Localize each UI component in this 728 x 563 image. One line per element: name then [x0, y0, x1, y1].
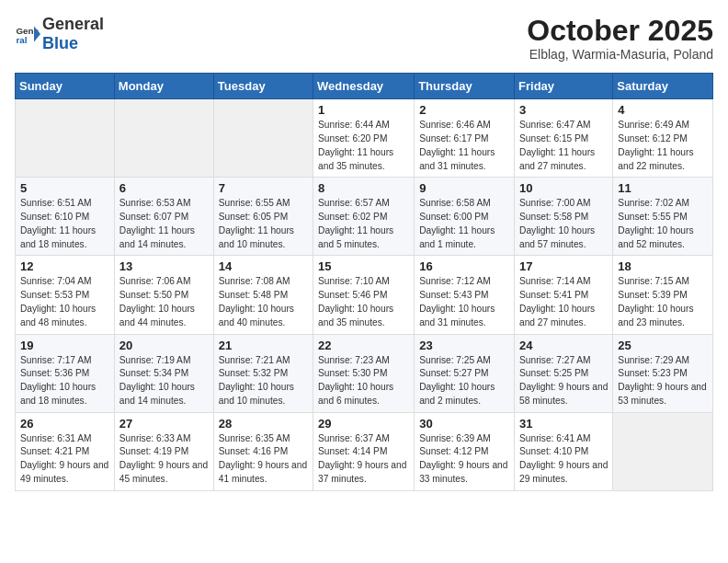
calendar-day-7: 7Sunrise: 6:55 AM Sunset: 6:05 PM Daylig… — [213, 178, 313, 256]
logo-icon: Gene ral — [15, 21, 40, 47]
day-header-thursday: Thursday — [415, 74, 515, 99]
day-info: Sunrise: 7:00 AM Sunset: 5:58 PM Dayligh… — [519, 197, 608, 251]
calendar-day-30: 30Sunrise: 6:39 AM Sunset: 4:12 PM Dayli… — [415, 412, 515, 490]
day-info: Sunrise: 7:19 AM Sunset: 5:34 PM Dayligh… — [119, 354, 209, 408]
calendar-day-17: 17Sunrise: 7:14 AM Sunset: 5:41 PM Dayli… — [515, 256, 613, 334]
day-header-saturday: Saturday — [613, 74, 713, 99]
calendar-day-28: 28Sunrise: 6:35 AM Sunset: 4:16 PM Dayli… — [213, 412, 313, 490]
calendar-day-22: 22Sunrise: 7:23 AM Sunset: 5:30 PM Dayli… — [313, 334, 415, 412]
calendar-empty-cell — [213, 99, 313, 178]
day-number: 7 — [219, 181, 308, 195]
day-info: Sunrise: 6:55 AM Sunset: 6:05 PM Dayligh… — [219, 197, 308, 251]
day-header-wednesday: Wednesday — [313, 74, 415, 99]
day-info: Sunrise: 6:37 AM Sunset: 4:14 PM Dayligh… — [318, 432, 409, 487]
day-info: Sunrise: 6:39 AM Sunset: 4:12 PM Dayligh… — [419, 432, 509, 487]
day-info: Sunrise: 6:47 AM Sunset: 6:15 PM Dayligh… — [519, 119, 608, 173]
day-number: 12 — [20, 259, 109, 273]
calendar-day-21: 21Sunrise: 7:21 AM Sunset: 5:32 PM Dayli… — [213, 334, 313, 412]
calendar-day-13: 13Sunrise: 7:06 AM Sunset: 5:50 PM Dayli… — [114, 256, 213, 334]
calendar-week-row: 12Sunrise: 7:04 AM Sunset: 5:53 PM Dayli… — [16, 256, 713, 334]
calendar-day-24: 24Sunrise: 7:27 AM Sunset: 5:25 PM Dayli… — [515, 334, 613, 412]
logo-blue: Blue — [42, 34, 78, 52]
calendar-day-26: 26Sunrise: 6:31 AM Sunset: 4:21 PM Dayli… — [16, 412, 115, 490]
day-number: 1 — [318, 103, 409, 117]
day-info: Sunrise: 6:58 AM Sunset: 6:00 PM Dayligh… — [419, 197, 509, 251]
day-header-friday: Friday — [515, 74, 613, 99]
day-info: Sunrise: 7:23 AM Sunset: 5:30 PM Dayligh… — [318, 354, 409, 408]
calendar-day-20: 20Sunrise: 7:19 AM Sunset: 5:34 PM Dayli… — [114, 334, 213, 412]
day-number: 29 — [318, 417, 409, 431]
calendar-day-19: 19Sunrise: 7:17 AM Sunset: 5:36 PM Dayli… — [16, 334, 115, 412]
logo: Gene ral General Blue — [15, 15, 104, 53]
day-number: 10 — [519, 181, 608, 195]
calendar-week-row: 5Sunrise: 6:51 AM Sunset: 6:10 PM Daylig… — [16, 178, 713, 256]
day-number: 17 — [519, 259, 608, 273]
calendar-day-15: 15Sunrise: 7:10 AM Sunset: 5:46 PM Dayli… — [313, 256, 415, 334]
calendar-day-12: 12Sunrise: 7:04 AM Sunset: 5:53 PM Dayli… — [16, 256, 115, 334]
day-number: 21 — [219, 339, 308, 352]
day-header-tuesday: Tuesday — [213, 74, 313, 99]
day-header-sunday: Sunday — [16, 74, 115, 99]
day-info: Sunrise: 7:02 AM Sunset: 5:55 PM Dayligh… — [618, 197, 708, 251]
calendar-week-row: 19Sunrise: 7:17 AM Sunset: 5:36 PM Dayli… — [16, 334, 713, 412]
calendar-day-27: 27Sunrise: 6:33 AM Sunset: 4:19 PM Dayli… — [114, 412, 213, 490]
calendar-day-10: 10Sunrise: 7:00 AM Sunset: 5:58 PM Dayli… — [515, 178, 613, 256]
day-info: Sunrise: 6:57 AM Sunset: 6:02 PM Dayligh… — [318, 197, 409, 251]
day-number: 24 — [519, 339, 608, 352]
calendar-day-31: 31Sunrise: 6:41 AM Sunset: 4:10 PM Dayli… — [515, 412, 613, 490]
day-info: Sunrise: 7:27 AM Sunset: 5:25 PM Dayligh… — [519, 354, 608, 408]
day-info: Sunrise: 7:25 AM Sunset: 5:27 PM Dayligh… — [419, 354, 509, 408]
day-number: 16 — [419, 259, 509, 273]
day-number: 28 — [219, 417, 308, 431]
day-number: 23 — [419, 339, 509, 352]
calendar-week-row: 1Sunrise: 6:44 AM Sunset: 6:20 PM Daylig… — [16, 99, 713, 178]
calendar-day-6: 6Sunrise: 6:53 AM Sunset: 6:07 PM Daylig… — [114, 178, 213, 256]
day-info: Sunrise: 6:49 AM Sunset: 6:12 PM Dayligh… — [618, 119, 708, 173]
day-number: 5 — [20, 181, 109, 195]
day-info: Sunrise: 7:21 AM Sunset: 5:32 PM Dayligh… — [219, 354, 308, 408]
calendar-day-18: 18Sunrise: 7:15 AM Sunset: 5:39 PM Dayli… — [613, 256, 713, 334]
day-number: 2 — [419, 103, 509, 117]
day-info: Sunrise: 7:15 AM Sunset: 5:39 PM Dayligh… — [618, 275, 708, 329]
day-number: 11 — [618, 181, 708, 195]
day-number: 13 — [119, 259, 209, 273]
day-number: 25 — [618, 339, 708, 352]
logo-general: General — [42, 15, 104, 33]
day-info: Sunrise: 6:33 AM Sunset: 4:19 PM Dayligh… — [119, 432, 209, 487]
day-info: Sunrise: 6:35 AM Sunset: 4:16 PM Dayligh… — [219, 432, 308, 487]
day-info: Sunrise: 6:31 AM Sunset: 4:21 PM Dayligh… — [20, 432, 109, 487]
day-info: Sunrise: 6:44 AM Sunset: 6:20 PM Dayligh… — [318, 119, 409, 173]
title-area: October 2025 Elblag, Warmia-Masuria, Pol… — [527, 15, 713, 62]
day-number: 14 — [219, 259, 308, 273]
location-subtitle: Elblag, Warmia-Masuria, Poland — [527, 47, 713, 62]
day-number: 8 — [318, 181, 409, 195]
calendar-header-row: SundayMondayTuesdayWednesdayThursdayFrid… — [16, 74, 713, 99]
calendar-day-2: 2Sunrise: 6:46 AM Sunset: 6:17 PM Daylig… — [415, 99, 515, 178]
day-info: Sunrise: 7:29 AM Sunset: 5:23 PM Dayligh… — [618, 354, 708, 408]
day-number: 3 — [519, 103, 608, 117]
day-info: Sunrise: 7:06 AM Sunset: 5:50 PM Dayligh… — [119, 275, 209, 329]
calendar-empty-cell — [16, 99, 115, 178]
day-info: Sunrise: 7:08 AM Sunset: 5:48 PM Dayligh… — [219, 275, 308, 329]
day-number: 27 — [119, 417, 209, 431]
day-info: Sunrise: 7:04 AM Sunset: 5:53 PM Dayligh… — [20, 275, 109, 329]
day-header-monday: Monday — [114, 74, 213, 99]
day-number: 31 — [519, 417, 608, 431]
calendar-day-1: 1Sunrise: 6:44 AM Sunset: 6:20 PM Daylig… — [313, 99, 415, 178]
day-number: 20 — [119, 339, 209, 352]
month-title: October 2025 — [527, 15, 713, 47]
day-number: 22 — [318, 339, 409, 352]
calendar-day-3: 3Sunrise: 6:47 AM Sunset: 6:15 PM Daylig… — [515, 99, 613, 178]
day-number: 6 — [119, 181, 209, 195]
day-info: Sunrise: 6:41 AM Sunset: 4:10 PM Dayligh… — [519, 432, 608, 487]
day-info: Sunrise: 7:12 AM Sunset: 5:43 PM Dayligh… — [419, 275, 509, 329]
calendar-day-5: 5Sunrise: 6:51 AM Sunset: 6:10 PM Daylig… — [16, 178, 115, 256]
calendar-day-29: 29Sunrise: 6:37 AM Sunset: 4:14 PM Dayli… — [313, 412, 415, 490]
day-info: Sunrise: 6:46 AM Sunset: 6:17 PM Dayligh… — [419, 119, 509, 173]
calendar-empty-cell — [613, 412, 713, 490]
calendar-day-25: 25Sunrise: 7:29 AM Sunset: 5:23 PM Dayli… — [613, 334, 713, 412]
calendar-day-9: 9Sunrise: 6:58 AM Sunset: 6:00 PM Daylig… — [415, 178, 515, 256]
day-number: 18 — [618, 259, 708, 273]
calendar-week-row: 26Sunrise: 6:31 AM Sunset: 4:21 PM Dayli… — [16, 412, 713, 490]
calendar-day-23: 23Sunrise: 7:25 AM Sunset: 5:27 PM Dayli… — [415, 334, 515, 412]
